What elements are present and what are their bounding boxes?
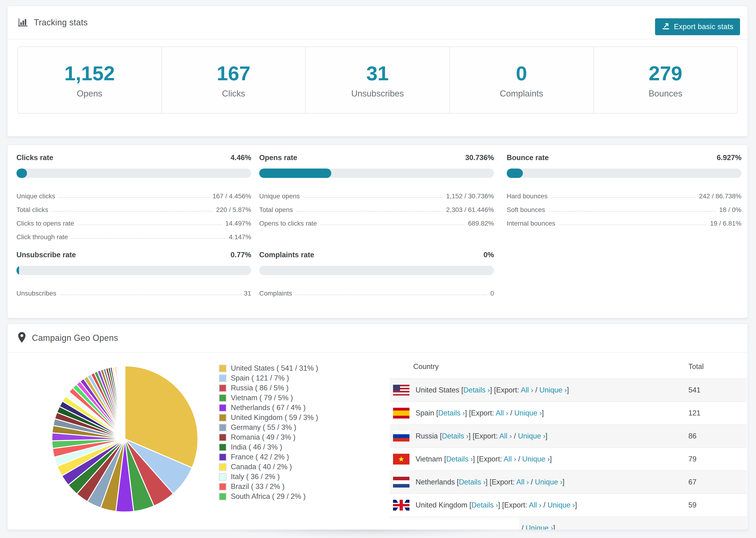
table-row-us: United States [Details ›] [Export: All ›… [390,378,747,402]
progress-bar-track [17,169,251,178]
country-cell: United Kingdom [Details ›] [Export: All … [390,500,688,511]
legend-item-russia: Russia ( 86 / 5% ) [219,383,318,393]
details-link[interactable]: Details › [471,501,498,509]
dotted-leader [78,225,222,225]
legend-item-germany: Germany ( 55 / 3% ) [219,422,318,432]
export-basic-stats-button[interactable]: Export basic stats [655,18,740,35]
legend-item-united-kingdom: United Kingdom ( 59 / 3% ) [219,413,318,422]
progress-bar-track [507,169,741,178]
details-link[interactable]: Details › [442,432,469,440]
table-row-vn: Vietnam [Details ›] [Export: All › / Uni… [390,447,747,470]
export-all-link[interactable]: All › [521,386,533,394]
country-cell: Vietnam [Details ›] [Export: All › / Uni… [390,454,688,464]
export-unique-link[interactable]: Unique › [548,501,575,509]
country-name: Vietnam [415,455,444,463]
table-row-gb: United Kingdom [Details ›] [Export: All … [390,493,747,516]
legend-swatch [219,424,227,431]
export-all-link[interactable]: All › [529,501,541,509]
rate-row-value: 1,152 / 30.736% [446,192,494,200]
legend-label: United States ( 541 / 31% ) [231,364,318,372]
dotted-leader [548,211,716,211]
table-row-es: Spain [Details ›] [Export: All › / Uniqu… [390,402,747,424]
rate-row: Unique opens1,152 / 30.736% [259,187,494,200]
pie-slice-other-42[interactable] [125,366,125,439]
rate-row-label: Hard bounces [507,192,548,200]
export-unique-link[interactable]: Unique › [526,524,553,530]
legend-swatch [219,473,227,481]
export-all-link[interactable]: All › [504,455,516,463]
country-links: Spain [Details ›] [Export: All › / Uniqu… [415,409,544,417]
dotted-leader [71,238,226,239]
export-all-link[interactable]: All › [516,478,529,486]
stat-label: Clicks [222,89,245,99]
rate-row-label: Total opens [259,206,293,214]
export-unique-link[interactable]: Unique › [522,455,550,463]
link-separator: ] [553,524,555,530]
total-column-header: Total [688,362,747,371]
legend-swatch [219,384,227,392]
rate-row-label: Opens to clicks rate [259,220,317,227]
legend-item-united-states: United States ( 541 / 31% ) [219,363,318,373]
export-unique-link[interactable]: Unique › [535,478,562,486]
details-link[interactable]: Details › [438,409,465,417]
rate-rows: Hard bounces242 / 86.738%Soft bounces18 … [507,187,741,227]
rate-row-value: 31 [244,290,251,297]
rate-panel-value: 6.927% [717,153,741,162]
legend-label: Brazil ( 33 / 2% ) [231,482,285,491]
rate-row-label: Total clicks [17,206,48,214]
stats-summary: 1,152Opens167Clicks31Unsubscribes0Compla… [17,46,738,114]
legend-item-romania: Romania ( 49 / 3% ) [219,432,318,442]
link-separator: ] [562,478,565,486]
legend-item-brazil: Brazil ( 33 / 2% ) [219,482,318,492]
country-cell: Germany [Details ›] [Export: All › / Uni… [390,523,688,530]
rate-panel-header: Opens rate30.736% [259,153,494,162]
rate-row: Total opens2,303 / 61.446% [259,200,494,214]
dotted-leader [559,225,707,225]
export-unique-link[interactable]: Unique › [514,409,542,417]
details-link[interactable]: Details › [446,455,473,463]
country-name: Spain [415,409,436,417]
dotted-leader [320,225,465,225]
export-all-link[interactable]: All › [496,409,508,417]
export-all-link[interactable]: All › [507,524,519,530]
details-link[interactable]: Details › [459,478,486,486]
progress-bar-track [259,266,494,275]
link-separator: ] [542,409,544,417]
export-all-link[interactable]: All › [499,432,512,440]
rate-row-label: Click through rate [17,233,68,241]
legend-swatch [219,443,227,451]
legend-label: Vietnam ( 79 / 5% ) [231,394,293,402]
details-link[interactable]: Details › [463,386,490,394]
legend-swatch [219,374,227,382]
country-name: United States [415,386,461,394]
total-cell: 86 [688,432,747,440]
geo-table-header: Country Total [390,355,747,378]
de-flag-icon [393,523,409,530]
legend-label: United Kingdom ( 59 / 3% ) [231,413,318,422]
link-separator: / [529,478,535,486]
link-separator: [ [448,524,450,530]
rate-panel-clicks-rate: Clicks rate4.46%Unique clicks167 / 4.456… [17,153,251,241]
details-link[interactable]: Details › [450,524,476,530]
link-separator: [ [440,432,442,440]
legend-swatch [219,404,227,412]
progress-bar-fill [259,169,331,178]
rate-panel-title: Unsubscribe rate [17,251,76,259]
gb-flag-icon [393,500,409,511]
country-cell: Spain [Details ›] [Export: All › / Uniqu… [390,408,688,418]
rate-panel-title: Clicks rate [17,153,53,162]
pie-legend: United States ( 541 / 31% )Spain ( 121 /… [219,363,318,501]
legend-item-netherlands: Netherlands ( 67 / 4% ) [219,403,318,413]
country-cell: Netherlands [Details ›] [Export: All › /… [390,477,688,488]
legend-swatch [219,364,227,372]
legend-label: Canada ( 40 / 2% ) [231,463,292,471]
es-flag-icon [393,408,409,418]
legend-item-spain: Spain ( 121 / 7% ) [219,373,318,383]
stat-value: 31 [366,62,389,85]
export-unique-link[interactable]: Unique › [539,386,567,394]
total-cell: 79 [688,455,747,463]
export-unique-link[interactable]: Unique › [518,432,545,440]
total-cell: 121 [688,409,747,417]
rate-row-label: Complaints [259,290,292,297]
stat-label: Opens [77,89,102,99]
